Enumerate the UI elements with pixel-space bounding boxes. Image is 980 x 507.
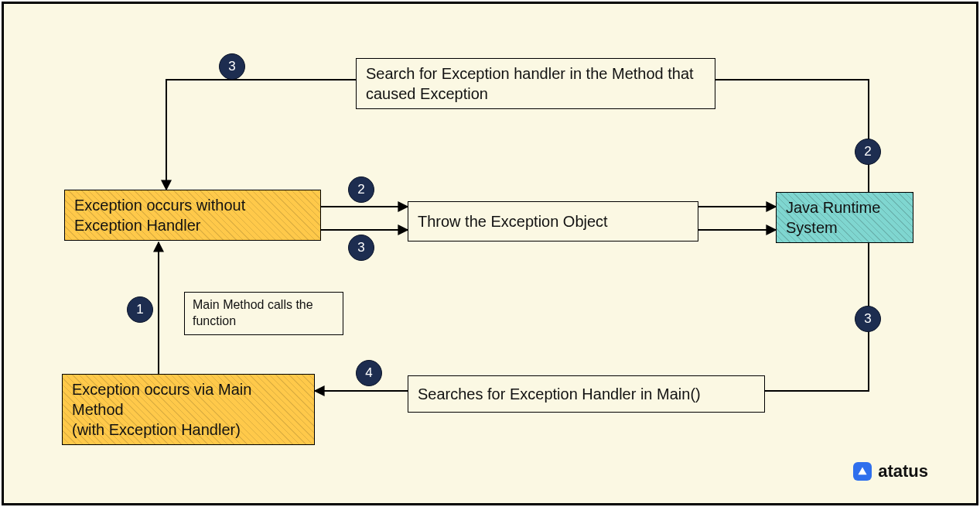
badge-4-bottom: 4	[356, 360, 382, 386]
text: Throw the Exception Object	[418, 213, 608, 230]
brand-name: atatus	[878, 461, 928, 481]
badge-1-left: 1	[127, 296, 153, 323]
text: Search for Exception handler in the Meth…	[366, 65, 694, 102]
box-throw-exception-object: Throw the Exception Object	[408, 201, 698, 242]
text: Exception occurs without Exception Handl…	[74, 197, 245, 234]
box-java-runtime-system: Java Runtime System	[776, 192, 913, 243]
text: Java Runtime System	[786, 199, 880, 236]
box-search-main: Searches for Exception Handler in Main()	[408, 375, 765, 413]
box-exception-via-main: Exception occurs via Main Method (with E…	[62, 374, 315, 445]
box-exception-without-handler: Exception occurs without Exception Handl…	[64, 190, 321, 241]
brand-icon	[853, 462, 872, 481]
text: Searches for Exception Handler in Main()	[418, 385, 701, 403]
box-search-method: Search for Exception handler in the Meth…	[356, 58, 715, 109]
text: Main Method calls the function	[193, 298, 313, 327]
badge-3-top: 3	[219, 53, 245, 80]
brand-logo: atatus	[853, 461, 928, 481]
badge-3-mid: 3	[348, 235, 374, 261]
badge-2-mid: 2	[348, 176, 374, 203]
text: Exception occurs via Main Method (with E…	[72, 381, 251, 438]
box-main-calls-note: Main Method calls the function	[184, 292, 343, 335]
diagram-frame: Search for Exception handler in the Meth…	[2, 2, 978, 505]
badge-3-right: 3	[855, 306, 881, 332]
badge-2-right: 2	[855, 139, 881, 165]
